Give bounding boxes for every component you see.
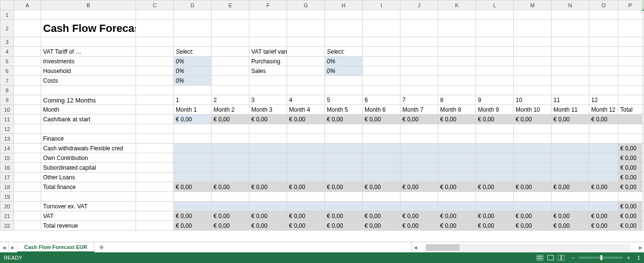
finance-cell[interactable] xyxy=(438,163,476,173)
revenue-cell[interactable] xyxy=(287,202,325,211)
revenue-row-total[interactable]: € 0,00 xyxy=(618,202,643,211)
row-header[interactable]: 18 xyxy=(0,182,14,192)
revenue-total-value[interactable]: € 0,00 xyxy=(476,221,514,231)
cash-start-total[interactable] xyxy=(618,115,643,124)
vat-right-row-value[interactable]: 0% xyxy=(325,57,363,66)
month-name[interactable]: Month 7 xyxy=(400,105,438,115)
month-index[interactable]: 9 xyxy=(476,95,514,105)
revenue-cell[interactable]: € 0,00 xyxy=(363,211,400,221)
row-header[interactable]: 10 xyxy=(0,105,14,115)
finance-cell[interactable] xyxy=(287,144,325,153)
col-header-selected[interactable]: Q xyxy=(643,0,644,10)
zoom-out-button[interactable]: − xyxy=(570,255,576,261)
revenue-cell[interactable] xyxy=(174,202,212,211)
finance-cell[interactable] xyxy=(174,144,212,153)
finance-cell[interactable] xyxy=(174,153,212,163)
revenue-cell[interactable]: € 0,00 xyxy=(476,211,514,221)
month-name[interactable]: Month 4 xyxy=(287,105,325,115)
row-header[interactable]: 11 xyxy=(0,115,14,124)
finance-cell[interactable] xyxy=(174,163,212,173)
row-header[interactable]: 21 xyxy=(0,211,14,221)
month-name[interactable]: Month 8 xyxy=(438,105,476,115)
col-header[interactable]: M xyxy=(514,0,552,10)
finance-cell[interactable] xyxy=(514,163,552,173)
cash-start-value[interactable]: € 0,00 xyxy=(589,115,618,124)
cash-start-value[interactable]: € 0,00 xyxy=(249,115,287,124)
month-index[interactable]: 12 xyxy=(589,95,618,105)
finance-cell[interactable] xyxy=(363,144,400,153)
vat-right-row-value[interactable]: 0% xyxy=(325,66,363,76)
revenue-cell[interactable]: € 0,00 xyxy=(249,211,287,221)
revenue-total-label[interactable]: Total revenue xyxy=(41,221,136,231)
finance-total-total[interactable]: € 0,00 xyxy=(618,182,643,192)
row-header[interactable]: 7 xyxy=(0,76,14,86)
finance-cell[interactable] xyxy=(589,144,618,153)
revenue-row-total[interactable]: € 0,00 xyxy=(618,211,643,221)
col-header[interactable]: B xyxy=(41,0,136,10)
row-header[interactable]: 17 xyxy=(0,173,14,182)
col-header[interactable]: K xyxy=(438,0,476,10)
finance-cell[interactable] xyxy=(552,173,589,182)
row-header[interactable]: 15 xyxy=(0,153,14,163)
month-index[interactable]: 11 xyxy=(552,95,589,105)
col-header[interactable]: G xyxy=(287,0,325,10)
finance-cell[interactable] xyxy=(249,163,287,173)
vat-left-row-label[interactable]: Investments xyxy=(41,57,136,66)
finance-cell[interactable] xyxy=(249,153,287,163)
cash-start-value[interactable]: € 0,00 xyxy=(552,115,589,124)
finance-row-total[interactable]: € 0,00 xyxy=(618,144,643,153)
finance-cell[interactable] xyxy=(249,144,287,153)
col-header[interactable]: A xyxy=(14,0,41,10)
month-name[interactable]: Month 1 xyxy=(174,105,212,115)
col-header[interactable]: L xyxy=(476,0,514,10)
scroll-thumb[interactable] xyxy=(426,244,460,251)
revenue-total-value[interactable]: € 0,00 xyxy=(514,221,552,231)
vat-left-row-label[interactable]: Household xyxy=(41,66,136,76)
finance-cell[interactable] xyxy=(325,173,363,182)
month-name[interactable]: Month 11 xyxy=(552,105,589,115)
finance-cell[interactable] xyxy=(438,144,476,153)
finance-cell[interactable] xyxy=(212,144,249,153)
finance-cell[interactable] xyxy=(363,163,400,173)
col-header[interactable]: E xyxy=(212,0,249,10)
revenue-total-total[interactable]: € 0,00 xyxy=(618,221,643,231)
view-normal-icon[interactable] xyxy=(535,253,545,262)
row-header[interactable]: 8 xyxy=(0,86,14,95)
finance-total-value[interactable]: € 0,00 xyxy=(363,182,400,192)
sheet-table[interactable]: A B C D E F G H I J K L M N O P Q 1 2 Ca… xyxy=(0,0,644,231)
spreadsheet-grid[interactable]: A B C D E F G H I J K L M N O P Q 1 2 Ca… xyxy=(0,0,644,242)
cash-start-value[interactable]: € 0,00 xyxy=(514,115,552,124)
row-header[interactable]: 20 xyxy=(0,202,14,211)
view-page-break-icon[interactable] xyxy=(556,253,567,262)
finance-cell[interactable] xyxy=(476,153,514,163)
cash-start-value[interactable]: € 0,00 xyxy=(212,115,249,124)
finance-total-value[interactable]: € 0,00 xyxy=(514,182,552,192)
revenue-cell[interactable] xyxy=(514,202,552,211)
month-name[interactable]: Month 9 xyxy=(476,105,514,115)
page-title-cell[interactable]: Cash Flow Forecast xyxy=(41,20,136,37)
finance-cell[interactable] xyxy=(514,153,552,163)
revenue-cell[interactable] xyxy=(325,202,363,211)
scroll-track[interactable] xyxy=(426,244,630,251)
row-header[interactable]: 6 xyxy=(0,66,14,76)
revenue-cell[interactable]: € 0,00 xyxy=(438,211,476,221)
row-header[interactable]: 14 xyxy=(0,144,14,153)
finance-row-label[interactable]: Cash withdrawals Flexible cred xyxy=(41,144,136,153)
row-header[interactable]: 22 xyxy=(0,221,14,231)
vat-right-row-label[interactable]: Purchasing xyxy=(249,57,287,66)
select-all-corner[interactable] xyxy=(0,0,14,10)
finance-total-value[interactable]: € 0,00 xyxy=(325,182,363,192)
vat-right-header[interactable]: VAT tarief van … xyxy=(249,47,287,57)
revenue-total-value[interactable]: € 0,00 xyxy=(325,221,363,231)
revenue-total-value[interactable]: € 0,00 xyxy=(438,221,476,231)
revenue-cell[interactable]: € 0,00 xyxy=(325,211,363,221)
finance-total-value[interactable]: € 0,00 xyxy=(287,182,325,192)
revenue-row-label[interactable]: VAT xyxy=(41,211,136,221)
finance-total-value[interactable]: € 0,00 xyxy=(212,182,249,192)
row-header[interactable]: 13 xyxy=(0,134,14,144)
row-header[interactable]: 12 xyxy=(0,124,14,134)
col-header[interactable]: H xyxy=(325,0,363,10)
finance-cell[interactable] xyxy=(212,153,249,163)
cash-start-label[interactable]: Cash/bank at start xyxy=(41,115,136,124)
cash-start-value[interactable]: € 0,00 xyxy=(400,115,438,124)
